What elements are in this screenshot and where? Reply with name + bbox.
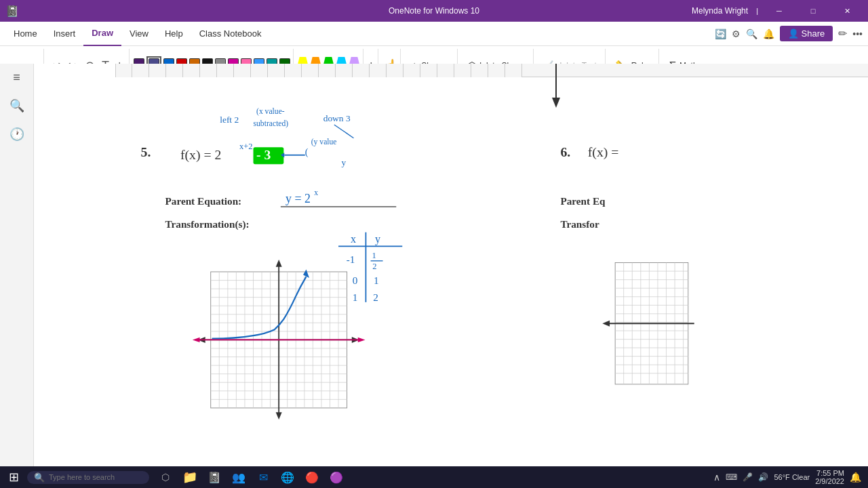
tab-draw[interactable]: Draw (83, 22, 121, 46)
ruler-cell (268, 64, 285, 77)
search-ribbon-icon[interactable]: 🔍 (746, 28, 757, 39)
ruler-cell (166, 64, 183, 77)
table-row2-x: 0 (353, 274, 358, 286)
problem6-xaxis-arrow (602, 321, 610, 327)
main-content: 5. f(x) = 2 x+2 - 3 left 2 (x value- sub… (34, 64, 868, 466)
table-x-header: x (351, 233, 356, 245)
ribbon-tabs: Home Insert Draw View Help Class Noteboo… (0, 22, 868, 46)
share-button[interactable]: 👤 Share (780, 26, 833, 41)
problem5-equation: f(x) = 2 (180, 147, 221, 163)
taskbar-app-explorer[interactable]: 📁 (179, 466, 201, 488)
transformations-label: Transformation(s): (165, 218, 249, 230)
ruler-marks (115, 64, 522, 77)
bell-icon[interactable]: 🔔 (763, 28, 774, 39)
asymptote-arrow-right (358, 338, 366, 342)
y-axis-arrow-down (276, 412, 282, 420)
ruler-cell (115, 64, 132, 77)
sidebar-notebook-icon[interactable]: ≡ (13, 70, 20, 85)
taskbar-search-input[interactable] (49, 473, 137, 481)
table-y-header: y (375, 233, 380, 245)
ruler-cell (403, 64, 420, 77)
ruler-cell (132, 64, 149, 77)
ruler-cell (149, 64, 166, 77)
annotation-xvalue: (x value- (256, 107, 285, 116)
sidebar: ≡ 🔍 🕐 (0, 64, 34, 466)
taskbar-mic-icon[interactable]: 🎤 (743, 472, 753, 482)
start-button[interactable]: ⊞ (3, 466, 24, 488)
taskbar-app-edge[interactable]: 🌐 (277, 466, 298, 488)
problem6-equation: f(x) = (588, 144, 619, 160)
taskbar-right: ∧ ⌨ 🎤 🔊 56°F Clear 7:55 PM 2/9/2022 🔔 (713, 469, 865, 485)
taskbar-app-teams[interactable]: 👥 (228, 466, 250, 488)
taskbar-up-icon[interactable]: ∧ (713, 472, 720, 483)
ruler-bar (115, 64, 868, 77)
problem5-minus3: - 3 (256, 147, 271, 162)
ruler-cell (505, 64, 522, 77)
taskbar-app-cortana[interactable]: ⬡ (155, 466, 176, 488)
ruler-cell (420, 64, 437, 77)
ruler-cell (387, 64, 403, 77)
ruler-cell (319, 64, 336, 77)
taskbar-apps: ⬡ 📁 📓 👥 ✉ 🌐 🔴 🟣 (155, 466, 347, 488)
ruler-cell (488, 64, 505, 77)
ruler-cell (217, 64, 234, 77)
parent-eq-value: y = 2 (285, 192, 311, 205)
maximize-button[interactable]: □ (797, 0, 829, 22)
settings-icon[interactable]: ⚙ (732, 28, 741, 39)
tab-class-notebook[interactable]: Class Notebook (191, 22, 270, 46)
table-row3-y: 2 (373, 291, 378, 303)
more-options-icon[interactable]: ••• (852, 28, 863, 39)
annotation-down3: down 3 (323, 113, 351, 123)
annotation-yvalue: (y value (311, 138, 337, 146)
parent-eq-label: Parent Equation: (165, 195, 241, 207)
notification-icon[interactable]: 🔔 (850, 472, 861, 483)
problem6-parent-label: Parent Eq (560, 195, 606, 207)
problem6-label: 6. (560, 144, 570, 159)
sidebar-history-icon[interactable]: 🕐 (9, 127, 24, 142)
close-button[interactable]: ✕ (831, 0, 863, 22)
tab-help[interactable]: Help (157, 22, 191, 46)
date-display: 2/9/2022 (815, 477, 844, 485)
tab-home[interactable]: Home (5, 22, 45, 46)
ruler-cell (234, 64, 251, 77)
ruler-cell (454, 64, 471, 77)
taskbar-keyboard-icon[interactable]: ⌨ (726, 472, 737, 482)
curve-down3 (334, 125, 354, 138)
ruler-cell (471, 64, 488, 77)
clock-display[interactable]: 7:55 PM 2/9/2022 (815, 469, 844, 485)
annotation-left2: left 2 (220, 115, 239, 125)
taskbar-app-onenote[interactable]: 📓 (203, 466, 225, 488)
ink-svg: 5. f(x) = 2 x+2 - 3 left 2 (x value- sub… (34, 77, 868, 466)
y-axis-arrow-up (276, 260, 282, 267)
taskbar-app-chrome[interactable]: 🔴 (301, 466, 323, 488)
asymptote-arrow-left (193, 338, 200, 342)
ruler-cell (370, 64, 387, 77)
taskbar-app-outlook[interactable]: ✉ (252, 466, 274, 488)
ruler-cell (336, 64, 353, 77)
tab-insert[interactable]: Insert (45, 22, 84, 46)
ruler-cell (353, 64, 370, 77)
ruler-cell (437, 64, 454, 77)
taskbar-app-other[interactable]: 🟣 (326, 466, 347, 488)
edit-icon[interactable]: ✏ (838, 27, 847, 40)
ruler-cell (285, 64, 302, 77)
table-row3-x: 1 (353, 291, 358, 303)
ruler-cell (183, 64, 200, 77)
app-title: OneNote for Windows 10 (389, 6, 479, 16)
user-name: Melynda Wright (692, 6, 748, 16)
sidebar-search-icon[interactable]: 🔍 (9, 98, 24, 113)
problem5-exponent: x+2 (239, 142, 253, 151)
table-row1-x: -1 (347, 253, 355, 265)
taskbar-volume-icon[interactable]: 🔊 (758, 472, 768, 482)
minimize-button[interactable]: ─ (764, 0, 795, 22)
taskbar-search-box[interactable]: 🔍 (27, 471, 149, 484)
table-row1-y-num: 1 (372, 251, 376, 260)
sync-icon[interactable]: 🔄 (715, 28, 726, 39)
tab-view[interactable]: View (121, 22, 157, 46)
time-display: 7:55 PM (815, 469, 844, 477)
taskbar: ⊞ 🔍 ⬡ 📁 📓 👥 ✉ 🌐 🔴 🟣 ∧ ⌨ 🎤 🔊 56°F Clear 7… (0, 466, 868, 488)
weather-display: 56°F Clear (774, 473, 810, 481)
y-letter: y (342, 157, 347, 167)
title-bar: 📓 OneNote for Windows 10 Melynda Wright … (0, 0, 868, 22)
ruler-cell (251, 64, 268, 77)
